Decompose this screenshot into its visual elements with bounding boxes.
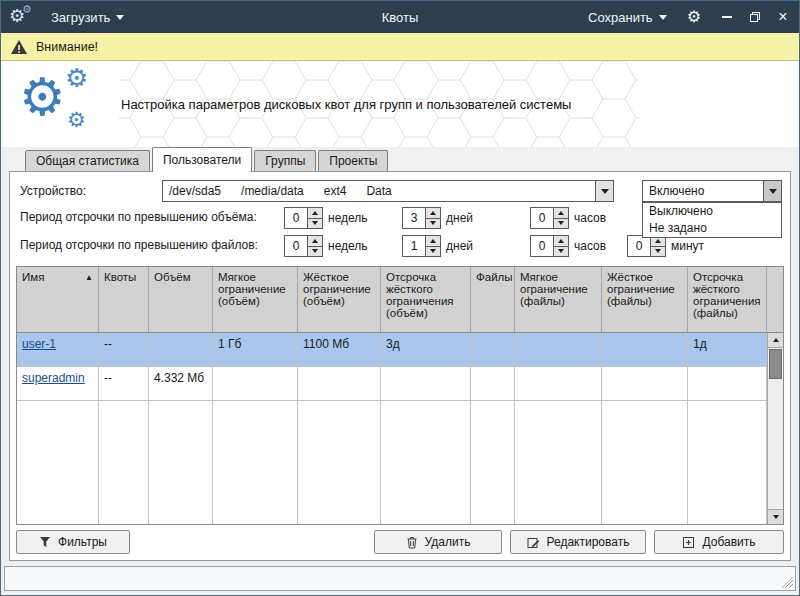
close-icon: × bbox=[778, 9, 787, 25]
grace-volume-weeks-spinner: 0 bbox=[284, 207, 323, 229]
spinner-down-button[interactable] bbox=[308, 246, 322, 257]
warning-banner: Внимание! bbox=[1, 33, 799, 61]
quota-table: Имя ▲ Квоты Объём Мягкое ограничение (об… bbox=[16, 266, 784, 525]
edit-icon bbox=[527, 536, 540, 549]
titlebar-right: Сохранить ⚙ × bbox=[582, 6, 791, 29]
spinner-value[interactable]: 0 bbox=[530, 235, 554, 257]
delete-label: Удалить bbox=[425, 535, 471, 549]
save-dropdown-button[interactable]: Сохранить bbox=[582, 6, 673, 29]
cell-name: superadmin bbox=[17, 367, 99, 400]
cell-volume: 4.332 Мб bbox=[149, 367, 213, 400]
load-label: Загрузить bbox=[51, 10, 110, 25]
app-header: ⚙ ⚙ ⚙ Настройка параметров дисковых квот… bbox=[1, 61, 799, 147]
user-link[interactable]: user-1 bbox=[22, 337, 56, 351]
close-button[interactable]: × bbox=[775, 9, 791, 25]
resize-grip[interactable] bbox=[782, 577, 794, 589]
tab-users[interactable]: Пользователи bbox=[152, 147, 252, 172]
cell-name: user-1 bbox=[17, 333, 99, 366]
load-dropdown-button[interactable]: Загрузить bbox=[45, 6, 130, 29]
spinner-up-button[interactable] bbox=[426, 236, 440, 246]
scrollbar-track[interactable] bbox=[768, 348, 783, 509]
spinner-down-button[interactable] bbox=[426, 218, 440, 229]
spinner-value[interactable]: 0 bbox=[627, 235, 651, 257]
empty-cell bbox=[149, 401, 213, 524]
settings-gear-button[interactable]: ⚙ bbox=[687, 9, 701, 25]
table-header-row: Имя ▲ Квоты Объём Мягкое ограничение (об… bbox=[17, 267, 783, 333]
column-header-name[interactable]: Имя ▲ bbox=[17, 267, 99, 332]
triangle-down-icon bbox=[773, 515, 779, 519]
quota-status-combobox-arrow[interactable] bbox=[763, 181, 781, 201]
grace-files-hours-spinner: 0 bbox=[530, 235, 569, 257]
table-row-superadmin[interactable]: superadmin -- 4.332 Мб bbox=[17, 367, 767, 401]
column-header-hard-volume[interactable]: Жёсткое ограничение (объём) bbox=[298, 267, 381, 332]
save-label: Сохранить bbox=[588, 10, 653, 25]
column-header-volume[interactable]: Объём bbox=[149, 267, 213, 332]
table-row-user-1[interactable]: user-1 -- 1 Гб 1100 Мб 3д 1д bbox=[17, 333, 767, 367]
table-empty-area bbox=[17, 401, 767, 524]
spinner-up-button[interactable] bbox=[426, 208, 440, 218]
scroll-down-button[interactable] bbox=[768, 509, 783, 524]
window-controls: × bbox=[719, 9, 791, 25]
chevron-down-icon bbox=[116, 15, 124, 20]
scrollbar-thumb[interactable] bbox=[769, 349, 782, 379]
tab-groups[interactable]: Группы bbox=[254, 150, 316, 171]
grace-files-hours-group: 0 часов bbox=[530, 235, 606, 257]
sort-asc-icon: ▲ bbox=[85, 273, 93, 282]
edit-button[interactable]: Редактировать bbox=[510, 530, 646, 554]
restore-icon bbox=[749, 11, 761, 23]
triangle-up-icon bbox=[312, 211, 318, 215]
column-header-grace-volume[interactable]: Отсрочка жёсткого ограничения (объём) bbox=[381, 267, 471, 332]
device-combobox[interactable]: /dev/sda5 /media/data ext4 Data bbox=[162, 180, 614, 202]
spinner-down-button[interactable] bbox=[651, 246, 665, 257]
titlebar: ⚙ ⚙ Загрузить Квоты Сохранить ⚙ bbox=[1, 1, 799, 33]
column-header-soft-volume[interactable]: Мягкое ограничение (объём) bbox=[213, 267, 298, 332]
minimize-button[interactable] bbox=[719, 9, 735, 25]
tab-projects[interactable]: Проекты bbox=[318, 150, 388, 171]
grace-files-minutes-spinner: 0 bbox=[627, 235, 666, 257]
spinner-down-button[interactable] bbox=[308, 218, 322, 229]
status-option-disabled[interactable]: Выключено bbox=[643, 203, 781, 220]
cell-quotas: -- bbox=[99, 367, 149, 400]
tab-general-statistics[interactable]: Общая статистика bbox=[25, 150, 150, 171]
user-link[interactable]: superadmin bbox=[22, 371, 85, 385]
table-body: user-1 -- 1 Гб 1100 Мб 3д 1д superadmin … bbox=[17, 333, 783, 524]
add-button[interactable]: Добавить bbox=[654, 530, 784, 554]
triangle-down-icon bbox=[430, 249, 436, 253]
spinner-value[interactable]: 3 bbox=[402, 207, 426, 229]
trash-icon bbox=[406, 536, 418, 549]
days-unit-label: дней bbox=[446, 211, 473, 225]
delete-button[interactable]: Удалить bbox=[374, 530, 502, 554]
filters-button[interactable]: Фильтры bbox=[16, 530, 130, 554]
cell-grace-volume bbox=[381, 367, 471, 400]
spinner-value[interactable]: 0 bbox=[284, 235, 308, 257]
spinner-value[interactable]: 0 bbox=[284, 207, 308, 229]
spinner-down-button[interactable] bbox=[554, 218, 568, 229]
spinner-value[interactable]: 0 bbox=[530, 207, 554, 229]
spinner-down-button[interactable] bbox=[426, 246, 440, 257]
spinner-value[interactable]: 1 bbox=[402, 235, 426, 257]
cell-grace-files bbox=[688, 367, 767, 400]
header-scrollbar-filler bbox=[767, 267, 783, 332]
scroll-up-button[interactable] bbox=[768, 333, 783, 348]
chevron-down-icon bbox=[659, 15, 667, 20]
empty-cell bbox=[17, 401, 99, 524]
device-label: Устройство: bbox=[20, 184, 86, 198]
column-header-quotas[interactable]: Квоты bbox=[99, 267, 149, 332]
vertical-scrollbar[interactable] bbox=[767, 333, 783, 524]
maximize-button[interactable] bbox=[747, 9, 763, 25]
device-combobox-arrow[interactable] bbox=[595, 181, 613, 201]
status-option-unset[interactable]: Не задано bbox=[643, 220, 781, 237]
column-header-soft-files[interactable]: Мягкое ограничение (файлы) bbox=[515, 267, 602, 332]
spinner-up-button[interactable] bbox=[554, 208, 568, 218]
spinner-up-button[interactable] bbox=[308, 208, 322, 218]
spinner-up-button[interactable] bbox=[554, 236, 568, 246]
column-header-grace-files[interactable]: Отсрочка жёсткого ограничения (файлы) bbox=[688, 267, 767, 332]
column-header-files[interactable]: Файлы bbox=[471, 267, 515, 332]
add-label: Добавить bbox=[702, 535, 755, 549]
grace-volume-label: Период отсрочки по превышению объёма: bbox=[20, 210, 257, 224]
quota-status-combobox[interactable]: Включено bbox=[642, 180, 782, 202]
spinner-up-button[interactable] bbox=[308, 236, 322, 246]
column-header-hard-files[interactable]: Жёсткое ограничение (файлы) bbox=[602, 267, 688, 332]
spinner-down-button[interactable] bbox=[554, 246, 568, 257]
grace-files-weeks-spinner: 0 bbox=[284, 235, 323, 257]
